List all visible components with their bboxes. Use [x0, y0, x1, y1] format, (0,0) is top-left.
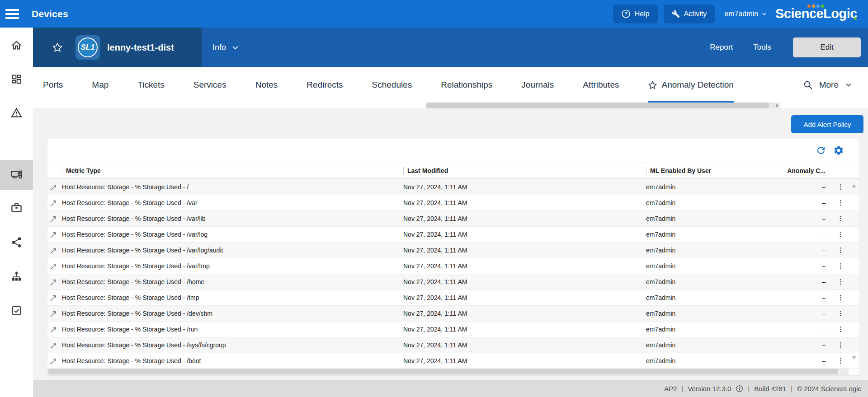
ml-enabled-by-user-cell: em7admin — [642, 306, 787, 321]
ml-enabled-by-user-cell: em7admin — [642, 322, 787, 337]
hamburger-menu-icon[interactable] — [5, 9, 19, 19]
row-actions-kebab-menu[interactable] — [832, 290, 849, 305]
device-type-badge: SL1 — [75, 35, 100, 60]
tab-attributes[interactable]: Attributes — [583, 67, 619, 103]
activity-button[interactable]: Activity — [664, 5, 715, 23]
sidebar-item-maps[interactable] — [0, 262, 33, 290]
table-row[interactable]: Host Resource: Storage - % Storage Used … — [47, 274, 859, 290]
table-row[interactable]: Host Resource: Storage - % Storage Used … — [47, 353, 859, 369]
row-actions-kebab-menu[interactable] — [832, 195, 849, 210]
tab-services[interactable]: Services — [193, 67, 226, 103]
column-header-metric-type[interactable]: Metric Type — [58, 163, 399, 178]
trend-arrow-icon[interactable] — [47, 353, 58, 369]
tab-ports[interactable]: Ports — [43, 67, 63, 103]
last-modified-cell: Nov 27, 2024, 1:11 AM — [399, 227, 642, 242]
column-header-anomaly-c-[interactable]: Anomaly C... — [787, 163, 832, 178]
ml-enabled-by-user-cell: em7admin — [642, 211, 787, 226]
edit-button[interactable]: Edit — [793, 37, 861, 57]
sidebar-item-dashboards[interactable] — [0, 65, 33, 93]
row-actions-kebab-menu[interactable] — [832, 211, 849, 226]
refresh-icon[interactable] — [816, 145, 826, 156]
help-button[interactable]: ? Help — [613, 5, 658, 23]
more-tabs-dropdown[interactable]: More — [819, 80, 839, 90]
tools-button[interactable]: Tools — [743, 43, 781, 52]
activity-button-label: Activity — [684, 10, 707, 18]
trend-arrow-icon[interactable] — [47, 258, 58, 274]
scroll-right-arrow[interactable] — [776, 104, 778, 107]
row-actions-kebab-menu[interactable] — [832, 274, 849, 290]
table-row[interactable]: Host Resource: Storage - % Storage Used … — [47, 290, 859, 306]
row-actions-kebab-menu[interactable] — [832, 179, 849, 195]
search-icon[interactable] — [803, 80, 813, 90]
trend-arrow-icon[interactable] — [47, 290, 58, 305]
trend-arrow-icon[interactable] — [47, 337, 58, 353]
metric-type-cell: Host Resource: Storage - % Storage Used … — [58, 274, 399, 290]
sidebar-item-home[interactable] — [0, 31, 33, 59]
wrench-icon — [672, 10, 680, 18]
row-actions-kebab-menu[interactable] — [832, 353, 849, 369]
table-row[interactable]: Host Resource: Storage - % Storage Used … — [47, 306, 859, 322]
report-button[interactable]: Report — [700, 43, 743, 52]
favorite-star-icon[interactable] — [52, 42, 63, 53]
tab-journals[interactable]: Journals — [521, 67, 554, 103]
table-horizontal-scrollbar[interactable] — [47, 368, 849, 375]
trend-arrow-icon[interactable] — [47, 322, 58, 337]
scroll-down-arrow[interactable] — [852, 356, 856, 360]
tab-tickets[interactable]: Tickets — [137, 67, 164, 103]
scroll-up-arrow[interactable] — [852, 184, 856, 187]
gear-icon[interactable] — [833, 145, 844, 156]
tabs-horizontal-scrollbar[interactable] — [426, 103, 780, 108]
tab-schedules[interactable]: Schedules — [372, 67, 412, 103]
table-row[interactable]: Host Resource: Storage - % Storage Used … — [47, 179, 859, 195]
tab-notes[interactable]: Notes — [255, 67, 278, 103]
anomaly-count-cell: – — [787, 258, 832, 274]
anomaly-count-cell: – — [787, 227, 832, 242]
tab-anomaly-detection[interactable]: Anomaly Detection — [648, 67, 733, 103]
trend-arrow-icon[interactable] — [47, 274, 58, 290]
sciencelogic-logo: ScienceLogic — [775, 6, 857, 21]
sidebar-item-machine-learning[interactable] — [0, 228, 33, 256]
info-dropdown[interactable]: Info — [212, 28, 239, 67]
metric-type-cell: Host Resource: Storage - % Storage Used … — [58, 243, 399, 258]
sidebar-item-business-services[interactable] — [0, 193, 33, 221]
trend-arrow-icon[interactable] — [47, 179, 58, 195]
table-row[interactable]: Host Resource: Storage - % Storage Used … — [47, 227, 859, 243]
trend-arrow-icon[interactable] — [47, 195, 58, 210]
footer-separator: | — [748, 385, 750, 392]
scrollbar-thumb[interactable] — [426, 103, 769, 108]
row-actions-kebab-menu[interactable] — [832, 243, 849, 258]
table-row[interactable]: Host Resource: Storage - % Storage Used … — [47, 337, 859, 353]
table-row[interactable]: Host Resource: Storage - % Storage Used … — [47, 322, 859, 337]
top-navigation-bar: Devices ? Help Activity em7admin Science… — [0, 0, 868, 28]
row-actions-kebab-menu[interactable] — [832, 258, 849, 274]
tab-map[interactable]: Map — [92, 67, 108, 103]
table-row[interactable]: Host Resource: Storage - % Storage Used … — [47, 258, 859, 274]
trend-arrow-icon[interactable] — [47, 211, 58, 226]
sidebar-item-automation[interactable] — [0, 296, 33, 324]
home-icon — [10, 39, 23, 51]
column-header-last-modified[interactable]: Last Modified — [399, 163, 642, 178]
tab-redirects[interactable]: Redirects — [307, 67, 343, 103]
table-row[interactable]: Host Resource: Storage - % Storage Used … — [47, 195, 859, 211]
tab-label: Services — [193, 80, 226, 90]
row-actions-kebab-menu[interactable] — [832, 337, 849, 353]
tab-relationships[interactable]: Relationships — [441, 67, 492, 103]
info-icon[interactable] — [736, 385, 743, 392]
row-actions-kebab-menu[interactable] — [832, 227, 849, 242]
trend-arrow-icon[interactable] — [47, 227, 58, 242]
chevron-down-icon — [761, 11, 767, 17]
scrollbar-thumb[interactable] — [48, 369, 838, 374]
table-row[interactable]: Host Resource: Storage - % Storage Used … — [47, 243, 859, 258]
row-actions-kebab-menu[interactable] — [832, 306, 849, 321]
user-menu[interactable]: em7admin — [724, 10, 767, 18]
trend-arrow-icon[interactable] — [47, 243, 58, 258]
table-row[interactable]: Host Resource: Storage - % Storage Used … — [47, 211, 859, 227]
trend-arrow-icon[interactable] — [47, 306, 58, 321]
row-actions-kebab-menu[interactable] — [832, 322, 849, 337]
chevron-down-icon[interactable] — [845, 81, 852, 89]
column-header-ml-enabled-by-user[interactable]: ML Enabled By User — [642, 163, 787, 178]
sidebar-item-events[interactable] — [0, 98, 33, 126]
sidebar-item-devices[interactable] — [0, 160, 33, 190]
footer-bar: AP2|Version 12.3.0|Build 4281|© 2024 Sci… — [33, 380, 868, 397]
add-alert-policy-button[interactable]: Add Alert Policy — [791, 115, 863, 133]
